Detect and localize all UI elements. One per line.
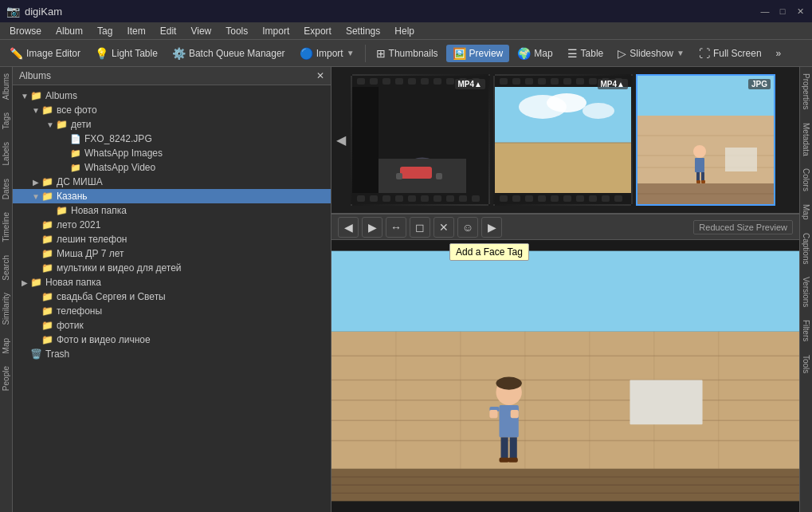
tree-item-leto2021[interactable]: 📁 лето 2021 — [13, 218, 331, 232]
sidebar-tags-label[interactable]: Tags — [0, 106, 12, 136]
tree-item-svadba[interactable]: 📁 свадьба Сергея и Светы — [13, 289, 331, 304]
right-metadata-label[interactable]: Metadata — [800, 116, 812, 163]
menu-album[interactable]: Album — [49, 24, 89, 38]
titlebar: 📷 digiKam — □ ✕ — [0, 0, 812, 22]
svg-rect-6 — [436, 173, 442, 179]
right-colors-label[interactable]: Colors — [800, 162, 812, 198]
thumb-nav-left[interactable]: ◀ — [335, 67, 347, 213]
menu-import[interactable]: Import — [256, 24, 296, 38]
sidebar-albums-label[interactable]: Albums — [0, 67, 12, 106]
sidebar-map-label[interactable]: Map — [0, 332, 12, 360]
menu-tag[interactable]: Tag — [91, 24, 119, 38]
tree-item-misha-dp[interactable]: 📁 Миша ДР 7 лет — [13, 246, 331, 261]
thumbnail-2[interactable]: MP4▲ — [493, 74, 633, 206]
right-captions-label[interactable]: Captions — [800, 226, 812, 270]
thumbnail-strip[interactable]: ◀ — [331, 67, 799, 215]
tree-item-ds-misha[interactable]: ▶ 📁 ДС МИША — [13, 175, 331, 189]
thumbnails-icon: ⊞ — [376, 47, 386, 60]
light-table-button[interactable]: 💡 Light Table — [88, 45, 164, 62]
map-button[interactable]: 🌍 Map — [511, 45, 559, 62]
svg-rect-5 — [396, 173, 402, 179]
maximize-button[interactable]: □ — [777, 6, 788, 17]
trash-icon: 🗑️ — [30, 349, 42, 360]
menu-help[interactable]: Help — [388, 24, 421, 38]
folder-icon: 📁 — [30, 90, 42, 101]
sidebar-dates-label[interactable]: Dates — [0, 172, 12, 206]
folder-icon: 📁 — [41, 191, 53, 202]
film-strip-bottom-2 — [495, 193, 631, 204]
tree-item-fxo[interactable]: 📄 FXO_8242.JPG — [13, 132, 331, 146]
menu-item[interactable]: Item — [120, 24, 151, 38]
more-button[interactable]: » — [770, 45, 788, 61]
svg-rect-53 — [510, 437, 517, 459]
menu-tools[interactable]: Tools — [219, 24, 254, 38]
tree-item-multiki[interactable]: 📁 мультики и видео для детей — [13, 261, 331, 275]
menu-export[interactable]: Export — [297, 24, 338, 38]
tree-item-albums-root[interactable]: ▼ 📁 Albums — [13, 89, 331, 103]
tree-item-whatsapp-images[interactable]: 📁 WhatsApp Images — [13, 146, 331, 160]
batch-queue-icon: ⚙️ — [172, 47, 186, 60]
tree-item-foto-video[interactable]: 📁 Фото и видео личное — [13, 333, 331, 347]
batch-queue-button[interactable]: ⚙️ Batch Queue Manager — [166, 45, 292, 62]
expand-arrow: ▼ — [30, 192, 41, 201]
svg-rect-40 — [630, 380, 702, 425]
folder-icon: 📁 — [41, 305, 53, 317]
right-map-label[interactable]: Map — [800, 198, 812, 226]
tree-item-leshin[interactable]: 📁 лешин телефон — [13, 232, 331, 246]
sidebar-search-label[interactable]: Search — [0, 249, 12, 287]
svg-rect-22 — [695, 158, 704, 172]
folder-icon: 📁 — [56, 205, 68, 216]
face-tag-button[interactable]: ☺ — [457, 217, 478, 238]
close-button[interactable]: ✕ — [794, 6, 806, 17]
menu-settings[interactable]: Settings — [339, 24, 386, 38]
import-button[interactable]: 🔵 Import ▼ — [293, 45, 361, 62]
slideshow-button[interactable]: ▷ Slideshow ▼ — [611, 45, 691, 62]
sidebar-similarity-label[interactable]: Similarity — [0, 286, 12, 332]
album-tree[interactable]: ▼ 📁 Albums ▼ 📁 все фото ▼ 📁 дети — [13, 85, 331, 512]
thumbnails-button[interactable]: ⊞ Thumbnails — [370, 45, 445, 62]
thumbnail-3[interactable]: JPG — [636, 74, 775, 206]
prev-image-button[interactable]: ◀ — [338, 217, 359, 238]
right-sidebar: Properties Metadata Colors Map Captions … — [799, 67, 812, 512]
tree-item-whatsapp-video[interactable]: 📁 WhatsApp Video — [13, 160, 331, 175]
table-button[interactable]: ☰ Table — [561, 45, 610, 62]
tree-item-fotik[interactable]: 📁 фотик — [13, 318, 331, 333]
thumb-badge-1: MP4▲ — [455, 79, 485, 89]
sidebar-people-label[interactable]: People — [0, 360, 12, 397]
folder-icon: 📁 — [41, 104, 53, 116]
svg-rect-54 — [500, 458, 509, 463]
tree-item-all-photos[interactable]: ▼ 📁 все фото — [13, 103, 331, 117]
fullscreen-button[interactable]: ⛶ Full Screen — [692, 45, 768, 62]
tree-item-trash[interactable]: 🗑️ Trash — [13, 347, 331, 361]
image-editor-button[interactable]: ✏️ Image Editor — [3, 45, 87, 62]
zoom-select-button[interactable]: ◻ — [410, 217, 430, 238]
svg-rect-18 — [725, 148, 757, 171]
menu-view[interactable]: View — [184, 24, 218, 38]
zoom-fit-button[interactable]: ↔ — [386, 217, 406, 238]
right-tools-label[interactable]: Tools — [800, 349, 812, 380]
folder-icon: 📁 — [41, 234, 53, 245]
menu-browse[interactable]: Browse — [3, 24, 48, 38]
tree-item-kazan[interactable]: ▼ 📁 Казань — [13, 189, 331, 203]
sidebar-timeline-label[interactable]: Timeline — [0, 206, 12, 248]
window-controls[interactable]: — □ ✕ — [759, 6, 806, 17]
next-image-button[interactable]: ▶ — [362, 217, 382, 238]
tree-item-deti[interactable]: ▼ 📁 дети — [13, 117, 331, 132]
pan-button[interactable]: ✕ — [433, 217, 454, 238]
tree-item-novaya-papka[interactable]: 📁 Новая папка — [13, 203, 331, 218]
right-filters-label[interactable]: Filters — [800, 313, 812, 348]
preview-area — [331, 240, 799, 512]
minimize-button[interactable]: — — [759, 6, 771, 17]
tree-item-novaya-papka2[interactable]: ▶ 📁 Новая папка — [13, 275, 331, 289]
right-versions-label[interactable]: Versions — [800, 270, 812, 313]
album-panel-close[interactable]: ✕ — [316, 70, 324, 81]
right-properties-label[interactable]: Properties — [800, 67, 812, 116]
folder-small-icon: 📁 — [70, 148, 81, 159]
menu-edit[interactable]: Edit — [154, 24, 183, 38]
thumbnail-1[interactable]: MP4▲ — [351, 74, 490, 206]
play-button[interactable]: ▶ — [481, 217, 502, 238]
preview-button[interactable]: 🖼️ Preview — [446, 45, 510, 62]
sidebar-labels-label[interactable]: Labels — [0, 136, 12, 171]
fullscreen-icon: ⛶ — [699, 47, 710, 60]
tree-item-telefony[interactable]: 📁 телефоны — [13, 304, 331, 318]
